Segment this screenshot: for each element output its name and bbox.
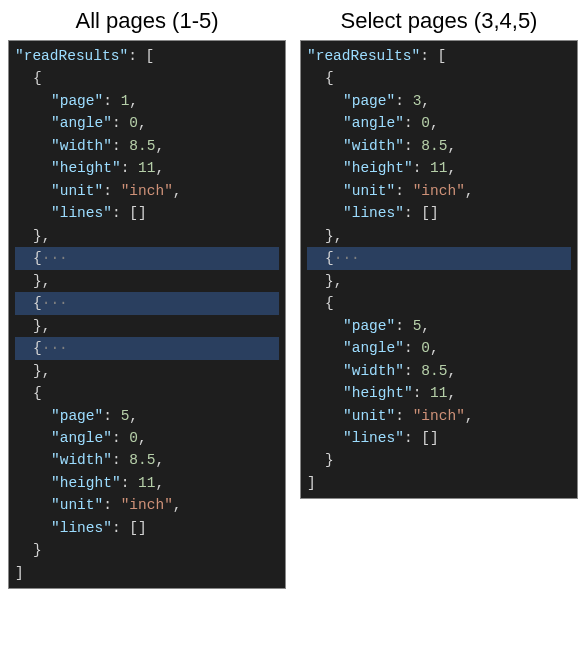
code-line: "lines": [] (307, 202, 571, 224)
code-line: "angle": 0, (307, 337, 571, 359)
left-code-block: "readResults": [ { "page": 1, "angle": 0… (8, 40, 286, 589)
code-line: "angle": 0, (15, 427, 279, 449)
code-line: "angle": 0, (307, 112, 571, 134)
code-line: "width": 8.5, (307, 135, 571, 157)
code-line: ] (307, 472, 571, 494)
left-title: All pages (1-5) (8, 8, 286, 34)
code-line: } (15, 539, 279, 561)
code-line: ] (15, 562, 279, 584)
right-code-block: "readResults": [ { "page": 3, "angle": 0… (300, 40, 578, 499)
code-line: { (307, 292, 571, 314)
code-line: }, (307, 225, 571, 247)
code-line: "width": 8.5, (307, 360, 571, 382)
code-line: "lines": [] (15, 202, 279, 224)
code-line: "unit": "inch", (15, 494, 279, 516)
code-line: "unit": "inch", (307, 180, 571, 202)
right-title: Select pages (3,4,5) (300, 8, 578, 34)
code-line: "angle": 0, (15, 112, 279, 134)
collapsed-fold[interactable]: {··· (15, 247, 279, 269)
code-line: "width": 8.5, (15, 449, 279, 471)
code-line: { (307, 67, 571, 89)
comparison-container: All pages (1-5) "readResults": [ { "page… (8, 8, 578, 589)
collapsed-fold[interactable]: {··· (307, 247, 571, 269)
code-line: "readResults": [ (15, 45, 279, 67)
code-line: }, (15, 270, 279, 292)
code-line: "lines": [] (15, 517, 279, 539)
code-line: "page": 5, (307, 315, 571, 337)
right-panel: Select pages (3,4,5) "readResults": [ { … (300, 8, 578, 589)
code-line: "page": 3, (307, 90, 571, 112)
collapsed-fold[interactable]: {··· (15, 337, 279, 359)
left-panel: All pages (1-5) "readResults": [ { "page… (8, 8, 286, 589)
code-line: "page": 5, (15, 405, 279, 427)
code-line: "page": 1, (15, 90, 279, 112)
code-line: "unit": "inch", (307, 405, 571, 427)
code-line: }, (15, 315, 279, 337)
code-line: }, (15, 360, 279, 382)
code-line: "readResults": [ (307, 45, 571, 67)
code-line: "lines": [] (307, 427, 571, 449)
collapsed-fold[interactable]: {··· (15, 292, 279, 314)
code-line: "height": 11, (307, 157, 571, 179)
code-line: { (15, 382, 279, 404)
code-line: }, (15, 225, 279, 247)
code-line: "height": 11, (307, 382, 571, 404)
code-line: "unit": "inch", (15, 180, 279, 202)
code-line: } (307, 449, 571, 471)
code-line: { (15, 67, 279, 89)
code-line: "width": 8.5, (15, 135, 279, 157)
code-line: }, (307, 270, 571, 292)
code-line: "height": 11, (15, 472, 279, 494)
code-line: "height": 11, (15, 157, 279, 179)
